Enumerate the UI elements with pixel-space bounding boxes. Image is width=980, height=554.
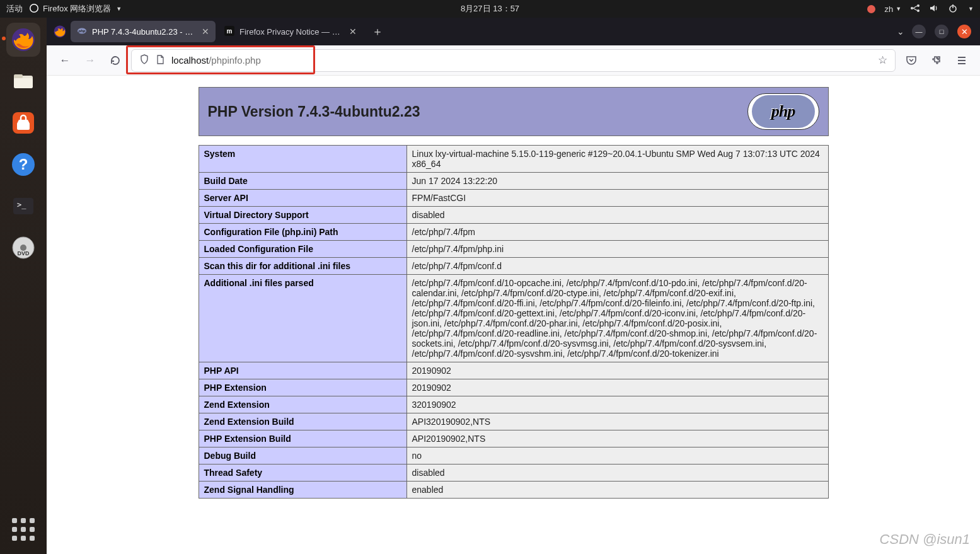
table-row: PHP API20190902 bbox=[199, 362, 828, 379]
svg-text:?: ? bbox=[19, 156, 28, 173]
pocket-icon[interactable] bbox=[902, 51, 921, 70]
tabs-dropdown-icon[interactable]: ⌄ bbox=[892, 26, 909, 37]
dock-app-help[interactable]: ? bbox=[6, 147, 40, 182]
shield-icon[interactable] bbox=[139, 54, 149, 66]
power-icon[interactable] bbox=[948, 3, 958, 15]
dock-show-apps[interactable] bbox=[8, 514, 39, 545]
phpinfo-key: Server API bbox=[199, 190, 406, 207]
tab-close-icon[interactable]: ✕ bbox=[349, 26, 357, 37]
tab-favicon-icon: m bbox=[224, 26, 234, 38]
dock-app-dvd[interactable]: DVD bbox=[6, 231, 40, 265]
table-row: SystemLinux lxy-virtual-machine 5.15.0-1… bbox=[199, 146, 828, 173]
phpinfo-value: Jun 17 2024 13:22:20 bbox=[406, 173, 828, 190]
table-row: Zend Extension320190902 bbox=[199, 396, 828, 413]
svg-point-3 bbox=[917, 4, 919, 7]
firefox-menu-icon[interactable] bbox=[52, 23, 68, 40]
ubuntu-dock: ? >_ DVD bbox=[0, 18, 47, 554]
app-menu-label: Firefox 网络浏览器 bbox=[43, 3, 111, 14]
hamburger-menu-icon[interactable] bbox=[952, 51, 971, 70]
phpinfo-value: no bbox=[406, 447, 828, 465]
dock-app-terminal[interactable]: >_ bbox=[6, 189, 40, 223]
table-row: Scan this dir for additional .ini files/… bbox=[199, 258, 828, 275]
window-minimize-button[interactable]: — bbox=[912, 25, 926, 38]
phpinfo-key: Build Date bbox=[199, 173, 406, 190]
phpinfo-value: 20190902 bbox=[406, 379, 828, 396]
phpinfo-value: enabled bbox=[406, 482, 828, 499]
url-text: localhost/phpinfo.php bbox=[171, 55, 261, 66]
phpinfo-key: Zend Extension Build bbox=[199, 413, 406, 430]
phpinfo-value: Linux lxy-virtual-machine 5.15.0-119-gen… bbox=[406, 146, 828, 173]
table-row: Loaded Configuration File/etc/php/7.4/fp… bbox=[199, 241, 828, 258]
url-bar[interactable]: localhost/phpinfo.php ☆ bbox=[131, 49, 896, 72]
tab-favicon-icon: php bbox=[77, 26, 87, 38]
phpinfo-value: API320190902,NTS bbox=[406, 413, 828, 430]
phpinfo-value: 20190902 bbox=[406, 362, 828, 379]
network-icon[interactable] bbox=[910, 3, 920, 15]
volume-icon[interactable] bbox=[929, 3, 939, 15]
firefox-icon bbox=[29, 3, 39, 15]
firefox-toolbar: ← → localhost/phpinfo.php ☆ bbox=[47, 45, 980, 76]
dock-app-files[interactable] bbox=[6, 64, 40, 98]
phpinfo-key: Loaded Configuration File bbox=[199, 241, 406, 258]
table-row: Zend Extension BuildAPI320190902,NTS bbox=[199, 413, 828, 430]
table-row: Additional .ini files parsed/etc/php/7.4… bbox=[199, 275, 828, 362]
window-close-button[interactable]: ✕ bbox=[957, 25, 971, 38]
forward-button[interactable]: → bbox=[81, 51, 100, 70]
phpinfo-key: PHP Extension Build bbox=[199, 430, 406, 447]
svg-text:m: m bbox=[227, 28, 233, 35]
phpinfo-table: SystemLinux lxy-virtual-machine 5.15.0-1… bbox=[199, 145, 829, 499]
tab-close-icon[interactable]: ✕ bbox=[202, 26, 209, 37]
php-logo: php bbox=[747, 93, 819, 130]
phpinfo-value: API20190902,NTS bbox=[406, 430, 828, 447]
table-row: Debug Buildno bbox=[199, 447, 828, 465]
dock-app-software[interactable] bbox=[6, 106, 40, 140]
tab-title: Firefox Privacy Notice — Mozilla bbox=[239, 27, 344, 37]
back-button[interactable]: ← bbox=[55, 51, 74, 70]
system-menu-chevron-icon[interactable]: ▼ bbox=[968, 6, 974, 12]
phpinfo-value: disabled bbox=[406, 465, 828, 482]
extensions-icon[interactable] bbox=[927, 51, 946, 70]
input-source-indicator[interactable]: zh▼ bbox=[884, 4, 901, 14]
bookmark-star-icon[interactable]: ☆ bbox=[878, 54, 887, 67]
firefox-window: php PHP 7.4.3-4ubuntu2.23 - phpinfo() ✕ … bbox=[47, 18, 980, 554]
phpinfo-key: System bbox=[199, 146, 406, 173]
tab-title: PHP 7.4.3-4ubuntu2.23 - phpinfo() bbox=[92, 27, 197, 37]
table-row: Virtual Directory Supportdisabled bbox=[199, 207, 828, 224]
table-row: Thread Safetydisabled bbox=[199, 465, 828, 482]
svg-point-4 bbox=[917, 9, 919, 12]
page-info-icon[interactable] bbox=[156, 55, 165, 66]
phpinfo-value: /etc/php/7.4/fpm/conf.d bbox=[406, 258, 828, 275]
activities-button[interactable]: 活动 bbox=[6, 3, 23, 14]
notification-indicator-icon[interactable] bbox=[867, 5, 875, 13]
new-tab-button[interactable]: ＋ bbox=[366, 24, 389, 39]
phpinfo-key: PHP Extension bbox=[199, 379, 406, 396]
app-menu[interactable]: Firefox 网络浏览器 ▼ bbox=[29, 3, 122, 15]
phpinfo-value: FPM/FastCGI bbox=[406, 190, 828, 207]
svg-text:php: php bbox=[78, 29, 86, 33]
table-row: PHP Extension20190902 bbox=[199, 379, 828, 396]
topbar-clock[interactable]: 8月27日 13：57 bbox=[461, 3, 519, 14]
window-maximize-button[interactable]: □ bbox=[935, 25, 948, 38]
svg-rect-8 bbox=[14, 74, 23, 78]
phpinfo-value: /etc/php/7.4/fpm bbox=[406, 224, 828, 241]
gnome-topbar: 活动 Firefox 网络浏览器 ▼ 8月27日 13：57 zh▼ ▼ bbox=[0, 0, 980, 18]
dock-app-firefox[interactable] bbox=[6, 23, 40, 57]
table-row: Zend Signal Handlingenabled bbox=[199, 482, 828, 499]
tab-phpinfo[interactable]: php PHP 7.4.3-4ubuntu2.23 - phpinfo() ✕ bbox=[71, 21, 216, 42]
reload-button[interactable] bbox=[106, 51, 125, 70]
svg-rect-9 bbox=[14, 78, 33, 88]
svg-point-2 bbox=[911, 7, 913, 9]
svg-text:>_: >_ bbox=[17, 200, 26, 209]
php-logo-text: php bbox=[752, 95, 815, 128]
phpinfo-key: Additional .ini files parsed bbox=[199, 275, 406, 362]
phpinfo-value: 320190902 bbox=[406, 396, 828, 413]
phpinfo-key: Thread Safety bbox=[199, 465, 406, 482]
phpinfo-key: Zend Extension bbox=[199, 396, 406, 413]
phpinfo-key: PHP API bbox=[199, 362, 406, 379]
phpinfo-key: Configuration File (php.ini) Path bbox=[199, 224, 406, 241]
svg-point-1 bbox=[31, 4, 38, 11]
phpinfo-key: Virtual Directory Support bbox=[199, 207, 406, 224]
phpinfo-value: /etc/php/7.4/fpm/php.ini bbox=[406, 241, 828, 258]
phpinfo-key: Scan this dir for additional .ini files bbox=[199, 258, 406, 275]
tab-privacy-notice[interactable]: m Firefox Privacy Notice — Mozilla ✕ bbox=[218, 21, 363, 42]
